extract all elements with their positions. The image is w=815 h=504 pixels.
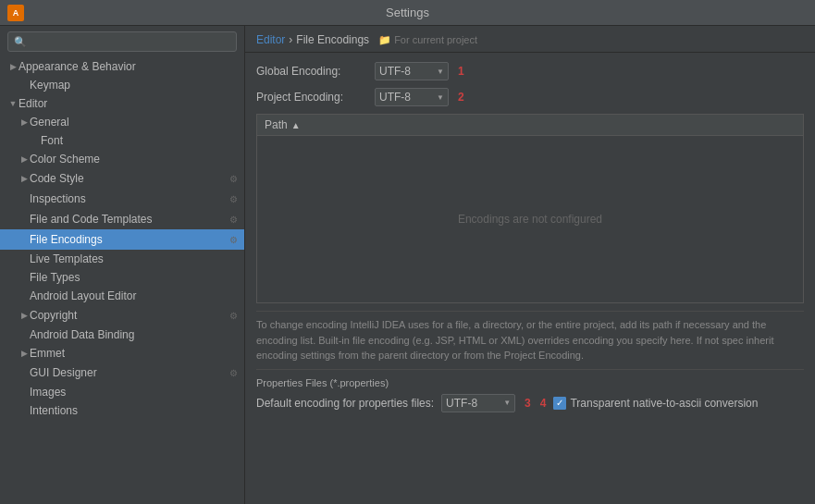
properties-section-label: Properties Files (*.properties) <box>256 377 804 388</box>
global-encoding-row: Global Encoding: UTF-8 ▼ 1 <box>256 62 804 80</box>
sidebar-label-androiddatabinding: Android Data Binding <box>30 328 244 341</box>
sidebar-item-keymap[interactable]: Keymap <box>0 76 244 94</box>
dropdown-arrow-properties: ▼ <box>503 399 511 407</box>
path-column-label: Path <box>265 118 288 131</box>
sidebar-label-codestyle: Code Style <box>30 172 226 185</box>
sort-arrow: ▲ <box>291 120 301 130</box>
sidebar-item-copyright[interactable]: ▶Copyright⚙ <box>0 305 244 326</box>
sidebar-label-fileandcodetemplates: File and Code Templates <box>30 213 226 226</box>
sidebar-item-images[interactable]: Images <box>0 383 244 401</box>
breadcrumb-separator: › <box>289 33 292 46</box>
path-table: Path ▲ Encodings are not configured <box>256 114 804 303</box>
project-encoding-select[interactable]: UTF-8 ▼ <box>375 88 449 106</box>
sidebar-label-inspections: Inspections <box>30 192 226 205</box>
sidebar-label-androidlayouteditor: Android Layout Editor <box>30 289 244 302</box>
sidebar-item-font[interactable]: Font <box>0 131 244 150</box>
sidebar-label-colorscheme: Color Scheme <box>30 153 244 166</box>
tree-arrow-appearance: ▶ <box>7 62 19 71</box>
properties-badge-4: 4 <box>540 397 547 410</box>
project-encoding-label: Project Encoding: <box>256 91 367 104</box>
trailing-icon-fileandcodetemplates: ⚙ <box>226 212 241 227</box>
sidebar-label-font: Font <box>41 134 244 147</box>
sidebar-item-colorscheme[interactable]: ▶Color Scheme <box>0 150 244 168</box>
breadcrumb-parent[interactable]: Editor <box>256 33 285 46</box>
sidebar-item-inspections[interactable]: Inspections⚙ <box>0 189 244 209</box>
sidebar-item-emmet[interactable]: ▶Emmet <box>0 344 244 363</box>
trailing-icon-inspections: ⚙ <box>226 191 241 206</box>
main-layout: 🔍 ▶Appearance & BehaviorKeymap▼Editor▶Ge… <box>0 26 815 504</box>
search-icon: 🔍 <box>14 36 27 48</box>
tree-arrow-codestyle: ▶ <box>19 174 30 183</box>
tree-arrow-general: ▶ <box>19 117 30 127</box>
breadcrumb: Editor › File Encodings 📁 For current pr… <box>245 26 815 53</box>
sidebar-item-androidlayouteditor[interactable]: Android Layout Editor <box>0 287 244 305</box>
empty-table-text: Encodings are not configured <box>458 213 602 226</box>
titlebar: A Settings <box>0 0 815 26</box>
sidebar-tree: ▶Appearance & BehaviorKeymap▼Editor▶Gene… <box>0 57 244 420</box>
sidebar-label-appearance: Appearance & Behavior <box>19 60 244 73</box>
sidebar-label-filetypes: File Types <box>30 271 244 284</box>
trailing-icon-codestyle: ⚙ <box>226 171 241 186</box>
properties-encoding-value: UTF-8 <box>446 397 477 410</box>
info-text: To change encoding IntelliJ IDEA uses fo… <box>256 311 804 370</box>
window-title: Settings <box>386 6 429 19</box>
sidebar-item-intentions[interactable]: Intentions <box>0 401 244 420</box>
tree-arrow-colorscheme: ▶ <box>19 154 30 164</box>
trailing-icon-fileencodings: ⚙ <box>226 232 241 247</box>
default-encoding-label: Default encoding for properties files: <box>256 397 434 410</box>
project-icon: 📁 <box>378 34 391 45</box>
sidebar-item-appearance[interactable]: ▶Appearance & Behavior <box>0 57 244 76</box>
sidebar-item-livetemplates[interactable]: Live Templates <box>0 250 244 268</box>
global-encoding-value: UTF-8 <box>379 65 411 78</box>
global-encoding-select[interactable]: UTF-8 ▼ <box>375 62 449 80</box>
sidebar-label-images: Images <box>30 386 244 399</box>
global-badge: 1 <box>458 65 464 78</box>
tree-arrow-emmet: ▶ <box>19 349 30 358</box>
dropdown-arrow-global: ▼ <box>437 68 444 76</box>
content-panel: Editor › File Encodings 📁 For current pr… <box>245 26 815 504</box>
project-encoding-row: Project Encoding: UTF-8 ▼ 2 <box>256 88 804 106</box>
properties-encoding-select[interactable]: UTF-8 ▼ <box>441 394 515 412</box>
sidebar-item-guidesigner[interactable]: GUI Designer⚙ <box>0 363 244 383</box>
tree-arrow-copyright: ▶ <box>19 311 30 320</box>
transparent-checkbox[interactable]: ✓ <box>553 397 566 410</box>
sidebar-item-fileencodings[interactable]: File Encodings⚙ <box>0 229 244 250</box>
sidebar-item-codestyle[interactable]: ▶Code Style⚙ <box>0 168 244 189</box>
sidebar-label-keymap: Keymap <box>30 79 244 92</box>
sidebar-item-fileandcodetemplates[interactable]: File and Code Templates⚙ <box>0 209 244 229</box>
for-project-label: 📁 For current project <box>378 34 477 46</box>
sidebar-label-editor: Editor <box>19 97 244 110</box>
sidebar-item-general[interactable]: ▶General <box>0 113 244 131</box>
breadcrumb-current: File Encodings <box>296 33 369 46</box>
properties-badge-3: 3 <box>525 397 531 410</box>
transparent-checkbox-wrapper[interactable]: ✓ Transparent native-to-ascii conversion <box>553 397 758 410</box>
search-box[interactable]: 🔍 <box>7 31 237 52</box>
app-icon: A <box>7 5 24 21</box>
sidebar-label-livetemplates: Live Templates <box>30 252 244 265</box>
project-encoding-value: UTF-8 <box>379 91 411 104</box>
sidebar-item-editor[interactable]: ▼Editor <box>0 94 244 113</box>
properties-form-row: Default encoding for properties files: U… <box>256 394 804 412</box>
search-input[interactable] <box>31 35 230 48</box>
sidebar-label-emmet: Emmet <box>30 347 244 360</box>
sidebar-label-copyright: Copyright <box>30 309 226 322</box>
tree-arrow-editor: ▼ <box>7 99 19 108</box>
trailing-icon-copyright: ⚙ <box>226 308 241 323</box>
path-table-header: Path ▲ <box>257 115 803 136</box>
checkbox-check: ✓ <box>556 398 563 408</box>
sidebar: 🔍 ▶Appearance & BehaviorKeymap▼Editor▶Ge… <box>0 26 245 504</box>
sidebar-item-filetypes[interactable]: File Types <box>0 268 244 287</box>
sidebar-label-guidesigner: GUI Designer <box>30 366 226 379</box>
sidebar-label-general: General <box>30 116 244 129</box>
sidebar-item-androiddatabinding[interactable]: Android Data Binding <box>0 326 244 344</box>
content-body: Global Encoding: UTF-8 ▼ 1 Project Encod… <box>245 53 815 504</box>
transparent-label: Transparent native-to-ascii conversion <box>570 397 758 410</box>
sidebar-label-fileencodings: File Encodings <box>30 233 226 246</box>
path-table-body: Encodings are not configured <box>257 136 803 302</box>
dropdown-arrow-project: ▼ <box>437 93 444 102</box>
trailing-icon-guidesigner: ⚙ <box>226 365 241 380</box>
project-badge: 2 <box>458 91 464 104</box>
global-encoding-label: Global Encoding: <box>256 65 367 78</box>
sidebar-label-intentions: Intentions <box>30 404 244 417</box>
